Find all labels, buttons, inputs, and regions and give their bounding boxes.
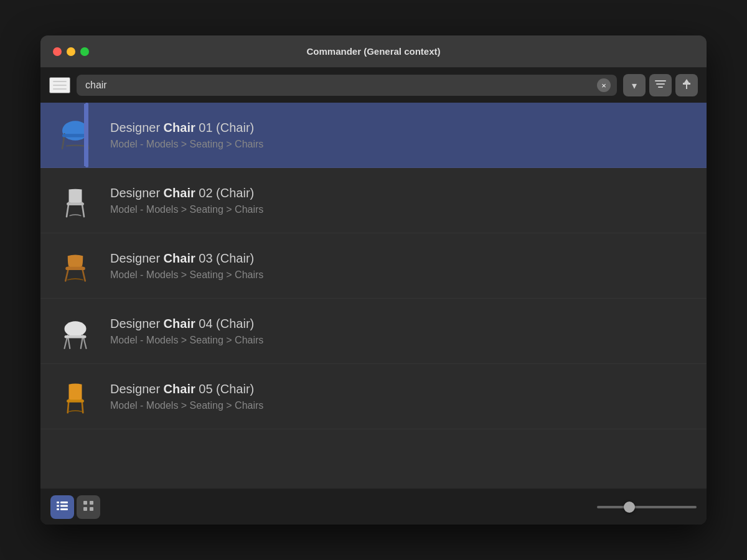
maximize-button[interactable] <box>80 47 89 56</box>
grid-view-button[interactable] <box>77 495 100 519</box>
list-item[interactable]: Designer Chair 01 (Chair) Model - Models… <box>40 103 707 168</box>
item-name-bold: Chair <box>164 382 195 396</box>
item-path: Model - Models > Seating > Chairs <box>110 139 697 150</box>
item-thumbnail <box>50 371 100 421</box>
item-name-prefix: Designer <box>110 121 164 134</box>
commander-window: Commander (General context) chair × ▾ <box>40 35 707 525</box>
item-thumbnail <box>50 110 100 160</box>
search-input-wrap: chair × <box>77 75 617 96</box>
svg-point-7 <box>65 321 87 337</box>
pin-button[interactable] <box>675 74 698 96</box>
svg-rect-16 <box>83 501 87 505</box>
item-name: Designer Chair 05 (Chair) <box>110 382 697 396</box>
item-thumbnail <box>50 306 100 356</box>
item-path: Model - Models > Seating > Chairs <box>110 335 697 346</box>
item-name-prefix: Designer <box>110 317 164 330</box>
svg-rect-5 <box>67 203 84 205</box>
item-path: Model - Models > Seating > Chairs <box>110 204 697 215</box>
close-button[interactable] <box>53 47 62 56</box>
bottom-bar <box>40 488 707 525</box>
list-item[interactable]: Designer Chair 05 (Chair) Model - Models… <box>40 364 707 429</box>
svg-rect-12 <box>57 505 59 506</box>
item-info: Designer Chair 04 (Chair) Model - Models… <box>110 317 697 346</box>
view-buttons <box>50 495 100 519</box>
svg-point-3 <box>62 121 88 141</box>
item-info: Designer Chair 01 (Chair) Model - Models… <box>110 121 697 150</box>
svg-rect-6 <box>65 267 85 270</box>
item-name: Designer Chair 03 (Chair) <box>110 251 697 266</box>
svg-rect-19 <box>90 507 93 511</box>
list-item[interactable]: Designer Chair 02 (Chair) Model - Models… <box>40 168 707 233</box>
window-title: Commander (General context) <box>306 46 440 57</box>
item-name-suffix: 05 (Chair) <box>195 382 254 396</box>
item-thumbnail <box>50 241 100 291</box>
item-path: Model - Models > Seating > Chairs <box>110 400 697 411</box>
results-container: Designer Chair 01 (Chair) Model - Models… <box>40 103 707 488</box>
list-view-button[interactable] <box>50 495 74 519</box>
item-path: Model - Models > Seating > Chairs <box>110 269 697 281</box>
list-icon <box>57 502 68 513</box>
svg-rect-4 <box>62 134 88 137</box>
item-name-prefix: Designer <box>110 186 164 200</box>
svg-rect-8 <box>65 335 87 338</box>
hamburger-menu-button[interactable] <box>49 77 70 93</box>
svg-rect-18 <box>83 507 87 511</box>
dropdown-button[interactable]: ▾ <box>623 74 646 96</box>
item-name: Designer Chair 04 (Chair) <box>110 317 697 331</box>
search-bar: chair × ▾ <box>40 68 707 103</box>
item-name-suffix: 03 (Chair) <box>195 251 254 265</box>
item-name: Designer Chair 02 (Chair) <box>110 186 697 200</box>
item-name-suffix: 04 (Chair) <box>195 317 254 330</box>
item-name-suffix: 02 (Chair) <box>195 186 254 200</box>
chevron-down-icon: ▾ <box>632 80 637 91</box>
item-name-prefix: Designer <box>110 251 164 265</box>
clear-search-button[interactable]: × <box>597 78 611 92</box>
traffic-lights <box>53 47 89 56</box>
title-bar: Commander (General context) <box>40 35 707 68</box>
item-thumbnail <box>50 175 100 225</box>
list-item[interactable]: Designer Chair 03 (Chair) Model - Models… <box>40 233 707 299</box>
results-list[interactable]: Designer Chair 01 (Chair) Model - Models… <box>40 103 707 488</box>
grid-icon <box>83 501 93 513</box>
item-info: Designer Chair 05 (Chair) Model - Models… <box>110 382 697 411</box>
item-info: Designer Chair 03 (Chair) Model - Models… <box>110 251 697 281</box>
size-slider[interactable] <box>597 506 697 508</box>
svg-rect-11 <box>60 502 68 503</box>
item-name-bold: Chair <box>164 251 195 265</box>
svg-rect-17 <box>90 501 93 505</box>
svg-rect-14 <box>57 508 59 510</box>
slider-wrap <box>597 506 697 508</box>
item-name-bold: Chair <box>164 317 195 330</box>
svg-rect-13 <box>60 505 68 506</box>
filter-icon <box>655 79 666 91</box>
item-name-prefix: Designer <box>110 382 164 396</box>
filter-button[interactable] <box>649 74 672 96</box>
minimize-button[interactable] <box>67 47 75 56</box>
item-name-bold: Chair <box>164 121 195 134</box>
svg-rect-10 <box>57 502 59 503</box>
search-input[interactable]: chair <box>77 75 617 96</box>
list-item[interactable]: Designer Chair 04 (Chair) Model - Models… <box>40 299 707 364</box>
item-name: Designer Chair 01 (Chair) <box>110 121 697 135</box>
toolbar-buttons: ▾ <box>623 74 698 96</box>
pin-icon <box>682 78 692 92</box>
svg-rect-15 <box>60 508 68 510</box>
item-name-suffix: 01 (Chair) <box>195 121 254 134</box>
item-info: Designer Chair 02 (Chair) Model - Models… <box>110 186 697 215</box>
item-name-bold: Chair <box>164 186 195 200</box>
svg-rect-9 <box>67 399 84 402</box>
